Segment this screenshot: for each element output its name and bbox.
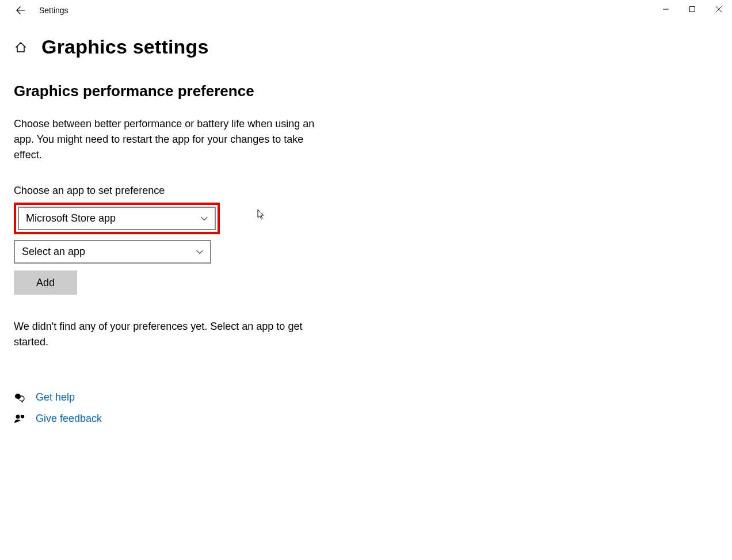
highlight-box: Microsoft Store app (14, 203, 220, 234)
arrow-left-icon (16, 6, 25, 15)
back-button[interactable] (9, 0, 32, 21)
svg-rect-5 (21, 415, 24, 418)
close-button[interactable] (706, 0, 732, 18)
section-heading: Graphics performance preference (14, 82, 732, 100)
get-help-row: Get help (14, 391, 732, 403)
svg-rect-1 (690, 7, 695, 12)
empty-state-text: We didn't find any of your preferences y… (14, 319, 325, 350)
maximize-button[interactable] (679, 0, 706, 18)
add-button[interactable]: Add (14, 271, 77, 295)
page-header: Graphics settings (14, 36, 732, 58)
maximize-icon (689, 6, 695, 12)
chevron-down-icon (196, 250, 203, 254)
content-area: Graphics settings Graphics performance p… (0, 21, 732, 425)
app-type-dropdown[interactable]: Microsoft Store app (18, 207, 216, 230)
get-help-link[interactable]: Get help (36, 391, 75, 403)
section-description: Choose between better performance or bat… (14, 116, 319, 163)
select-app-selected: Select an app (22, 246, 85, 258)
svg-point-4 (16, 414, 20, 418)
app-type-selected: Microsoft Store app (26, 212, 116, 224)
feedback-icon (14, 413, 25, 425)
home-icon (14, 41, 27, 54)
help-icon (14, 392, 25, 403)
titlebar: Settings (0, 0, 732, 21)
give-feedback-row: Give feedback (14, 413, 732, 425)
chevron-down-icon (201, 216, 208, 221)
app-title: Settings (39, 6, 68, 15)
select-app-dropdown[interactable]: Select an app (14, 240, 211, 264)
home-icon-button[interactable] (14, 40, 28, 54)
page-title: Graphics settings (41, 36, 209, 58)
close-icon (716, 6, 722, 12)
give-feedback-link[interactable]: Give feedback (36, 413, 102, 425)
window-controls (653, 0, 732, 18)
choose-app-label: Choose an app to set preference (14, 185, 732, 197)
minimize-icon (663, 6, 669, 12)
minimize-button[interactable] (653, 0, 679, 18)
